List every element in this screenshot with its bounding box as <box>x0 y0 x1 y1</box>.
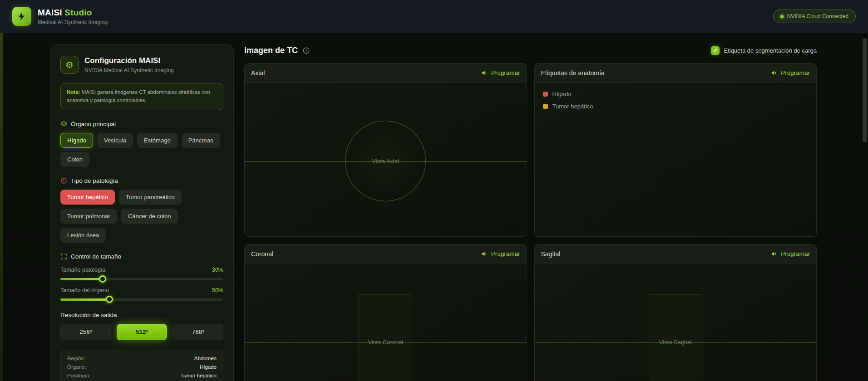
app-root: MAISI Studio Medical AI Synthetic Imagin… <box>0 0 868 381</box>
organ-size-slider[interactable] <box>60 298 223 301</box>
anatomy-legend: Hígado Tumor hepático <box>535 83 817 118</box>
check-icon: ✓ <box>713 47 718 54</box>
summary-value: Hígado <box>200 364 217 370</box>
brand-accent: Studio <box>64 8 92 17</box>
program-label: Programar <box>781 69 810 76</box>
sagittal-placeholder-label: Vista Sagital <box>659 338 692 345</box>
coronal-viewport: Vista Coronal <box>245 264 527 381</box>
legend-item-tumor: Tumor hepático <box>543 103 809 110</box>
pathology-size-slider[interactable] <box>60 278 223 280</box>
summary-label: Región: <box>67 356 85 361</box>
legend-item-liver: Hígado <box>543 91 809 98</box>
size-section-title: Control de tamaño <box>71 253 121 260</box>
axial-viewport: Vista Axial <box>245 83 527 236</box>
organ-chip-estomago[interactable]: Estómago <box>137 133 178 148</box>
pathology-size-value: 30% <box>212 267 223 273</box>
pathology-chip-tumor-pulmonar[interactable]: Tumor pulmonar <box>60 209 117 224</box>
speaker-icon <box>481 69 488 76</box>
pathology-chip-lesion-osea[interactable]: Lesión ósea <box>60 228 106 243</box>
organ-chip-colon[interactable]: Colon <box>60 152 89 167</box>
legend-label: Hígado <box>552 91 572 98</box>
axial-placeholder-label: Vista Axial <box>372 157 399 164</box>
viewport-grid: Axial Programar Vista Axial Etiquetas de… <box>244 63 817 381</box>
note-text: MAISI genera imágenes CT abdominales sin… <box>67 89 210 103</box>
note-box: Nota: MAISI genera imágenes CT abdominal… <box>60 83 223 110</box>
status-badge-text: NVIDIA Cloud Connected <box>787 13 848 20</box>
main-header-row: Imagen de TC ✓ Etiqueta de segmentación … <box>244 44 817 56</box>
summary-label: Patología: <box>67 373 91 378</box>
speaker-icon <box>771 250 778 257</box>
brand: MAISI Studio Medical AI Synthetic Imagin… <box>38 8 108 25</box>
coronal-panel-title: Coronal <box>251 250 273 258</box>
resolution-section-label: Resolución de salida <box>60 312 223 318</box>
organ-size-label: Tamaño del órgano <box>60 287 109 293</box>
config-summary-box: Región: Abdomen Órgano: Hígado Patología… <box>60 350 223 381</box>
sagittal-panel: Sagital Programar Vista Sagital <box>534 244 817 381</box>
info-icon[interactable] <box>302 47 310 54</box>
app-header: MAISI Studio Medical AI Synthetic Imagin… <box>0 0 868 33</box>
pathology-section-title: Tipo de patología <box>71 177 118 184</box>
segmentation-checkbox[interactable]: ✓ <box>711 46 720 55</box>
summary-row-pathology: Patología: Tumor hepático <box>67 373 217 378</box>
axial-program-button[interactable]: Programar <box>481 69 520 76</box>
anatomy-labels-program-button[interactable]: Programar <box>771 69 810 76</box>
status-dot-icon <box>780 15 784 18</box>
pathology-chip-tumor-hepatico[interactable]: Tumor hepático <box>60 190 115 205</box>
organ-chip-vesicula[interactable]: Vesícula <box>97 133 133 148</box>
axial-panel-header: Axial Programar <box>245 64 527 83</box>
app-logo <box>12 7 31 26</box>
slider-fill <box>60 298 109 301</box>
sagittal-panel-header: Sagital Programar <box>535 244 817 264</box>
pathology-options: Tumor hepático Tumor pancreático Tumor p… <box>60 190 223 243</box>
pathology-chip-cancer-colon[interactable]: Cáncer de colon <box>121 209 178 224</box>
page-title: Imagen de TC <box>244 46 298 55</box>
coronal-panel: Coronal Programar Vista Coronal <box>244 244 527 381</box>
pathology-chip-tumor-pancreatico[interactable]: Tumor pancreático <box>119 190 182 205</box>
note-label: Nota: <box>67 89 80 95</box>
anatomy-labels-panel-title: Etiquetas de anatomía <box>541 69 605 77</box>
program-label: Programar <box>781 250 810 257</box>
resize-icon <box>60 253 67 260</box>
speaker-icon <box>481 250 488 257</box>
sagittal-program-button[interactable]: Programar <box>771 250 810 257</box>
sagittal-panel-title: Sagital <box>541 250 561 258</box>
config-panel: ⚙ Configuración MAISI NVIDIA Medical AI … <box>50 44 234 381</box>
summary-label: Órgano: <box>67 364 86 370</box>
organ-section-title: Órgano principal <box>71 121 116 127</box>
anatomy-labels-panel: Etiquetas de anatomía Programar Hígado <box>534 63 817 237</box>
anatomy-labels-panel-header: Etiquetas de anatomía Programar <box>535 64 817 83</box>
slider-thumb[interactable] <box>106 296 113 303</box>
sagittal-viewport: Vista Sagital <box>535 264 817 381</box>
axial-panel-title: Axial <box>251 69 265 77</box>
summary-row-organ: Órgano: Hígado <box>67 364 217 370</box>
main-content: Imagen de TC ✓ Etiqueta de segmentación … <box>244 44 817 381</box>
coronal-panel-header: Coronal Programar <box>245 244 527 264</box>
app-title: MAISI Studio <box>38 8 108 18</box>
pathology-size-control: Tamaño patología 30% <box>60 267 223 280</box>
layers-icon <box>60 121 67 127</box>
scrollbar[interactable] <box>863 38 867 142</box>
segmentation-checkbox-label: Etiqueta de segmentación de carga <box>724 47 817 54</box>
left-accent-strip <box>0 33 3 381</box>
slider-thumb[interactable] <box>99 275 106 283</box>
legend-swatch-tumor <box>543 104 548 109</box>
pathology-section-label: Tipo de patología <box>60 177 223 184</box>
brand-name: MAISI <box>38 8 62 17</box>
organ-chip-higado[interactable]: Hígado <box>60 133 93 148</box>
organ-section-label: Órgano principal <box>60 121 223 127</box>
summary-value: Abdomen <box>194 356 217 361</box>
coronal-program-button[interactable]: Programar <box>481 250 520 257</box>
resolution-512-button[interactable]: 512³ <box>117 324 168 340</box>
anatomy-labels-viewport: Hígado Tumor hepático <box>535 83 817 236</box>
legend-swatch-liver <box>543 92 548 97</box>
program-label: Programar <box>491 250 520 257</box>
sagittal-placeholder-rect <box>649 294 702 381</box>
app-subtitle: Medical AI Synthetic Imaging <box>38 19 108 25</box>
resolution-768-button[interactable]: 768³ <box>173 324 223 340</box>
alert-circle-icon <box>60 177 67 184</box>
resolution-options: 256³ 512³ 768³ <box>60 324 223 340</box>
organ-chip-pancreas[interactable]: Páncreas <box>182 133 220 148</box>
resolution-256-button[interactable]: 256³ <box>60 324 111 340</box>
speaker-icon <box>771 69 778 76</box>
segmentation-toggle-group: ✓ Etiqueta de segmentación de carga <box>711 46 817 55</box>
